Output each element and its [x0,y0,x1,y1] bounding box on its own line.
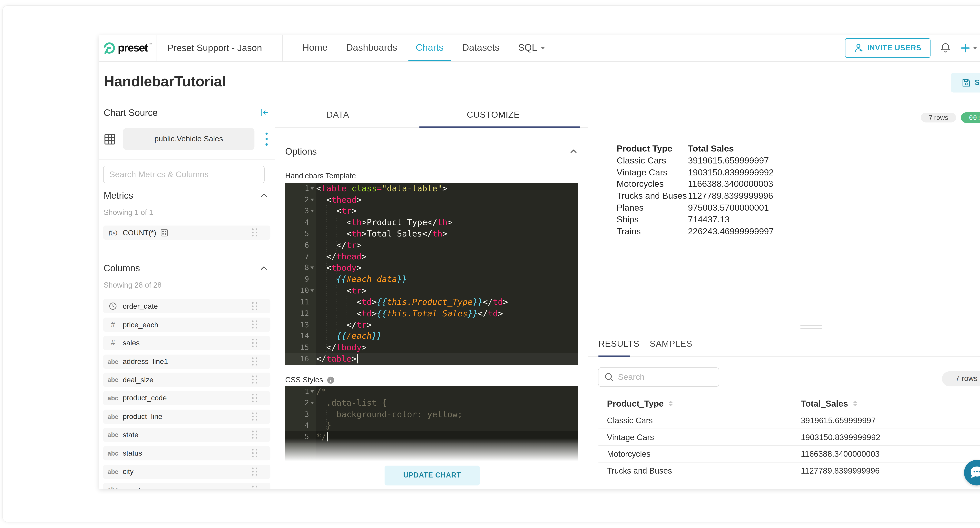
active-tab-indicator [420,126,580,128]
drag-handle[interactable] [252,486,257,488]
fold-arrow-icon[interactable] [310,266,314,270]
code-text: <tbody> [316,262,362,274]
metrics-showing-count: Showing 1 of 1 [104,208,153,217]
drag-handle[interactable] [252,320,257,329]
line-number: 6 [285,239,309,251]
nav-item-home[interactable]: Home [293,35,337,61]
column-label: price_each [123,320,158,329]
fold-arrow-icon[interactable] [310,290,314,292]
column-item-address_line1[interactable]: abcaddress_line1 [103,355,270,368]
column-item-city[interactable]: abccity [103,465,270,479]
column-item-deal_size[interactable]: abcdeal_size [103,373,270,387]
column-item-product_code[interactable]: abcproduct_code [103,391,270,405]
column-item-country[interactable]: abccountry [103,483,270,488]
metric-item[interactable]: f(x) COUNT(*) [103,226,270,240]
pane-resize-handle[interactable] [800,325,822,331]
fold-arrow-icon[interactable] [310,402,314,404]
save-button[interactable]: SAVE [951,73,980,92]
code-line-4: 4 } [285,420,578,431]
preset-logo[interactable]: preset ™ [99,35,157,61]
nav-item-sql[interactable]: SQL [509,35,554,61]
fold-arrow-icon[interactable] [310,210,314,212]
nav-divider [282,35,283,61]
drag-handle[interactable] [252,228,257,237]
nav-item-datasets[interactable]: Datasets [453,35,509,61]
chart-table-row: Classic Cars3919615.659999997 [617,154,774,166]
code-text: background-color: yellow; [316,409,462,420]
sort-icon[interactable] [853,401,857,406]
metrics-columns-search-input[interactable] [103,165,265,183]
drag-handle[interactable] [252,302,257,310]
column-item-product_line[interactable]: abcproduct_line [103,409,270,423]
line-number: 7 [285,251,309,262]
tab-results[interactable]: RESULTS [598,338,640,357]
chart-cell-product-type: Trucks and Buses [617,190,688,201]
code-text: <th>Product Type</th> [316,217,452,228]
fold-arrow-icon[interactable] [310,390,314,393]
trademark-dot: ™ [149,43,152,46]
column-item-state[interactable]: abcstate [103,428,270,442]
results-col-header-Total_Sales[interactable]: Total_Sales [801,395,857,412]
notifications-bell-icon[interactable] [940,42,951,54]
drag-handle[interactable] [252,431,257,439]
tab-data[interactable]: DATA [305,102,371,127]
new-item-dropdown[interactable] [961,43,977,53]
drag-handle[interactable] [252,468,257,476]
line-number: 8 [285,262,309,274]
code-text: </thead> [316,251,366,262]
metrics-heading: Metrics [104,190,133,201]
collapse-options-chevron-icon[interactable] [570,149,577,153]
results-header-row: Product_TypeTotal_Sales [598,395,980,412]
column-label: city [123,468,134,476]
abc-icon: abc [103,413,123,420]
code-line-2: 2 .data-list { [285,397,578,409]
collapse-metrics-chevron-icon[interactable] [261,193,267,197]
column-item-price_each[interactable]: #price_each [103,318,270,331]
cell-total-sales: 1166388.3400000003 [801,446,880,462]
chart-table-row: Motorcycles1166388.3400000003 [617,178,774,190]
dataset-name[interactable]: public.Vehicle Sales [123,128,255,150]
sort-icon[interactable] [668,401,673,406]
nav-menu: HomeDashboardsChartsDatasetsSQL [293,35,554,61]
invite-users-button[interactable]: INVITE USERS [845,38,931,57]
chevron-down-icon [541,47,545,49]
column-item-status[interactable]: abcstatus [103,446,270,460]
control-tabs: DATA CUSTOMIZE [275,102,588,128]
code-line-13: 13 </tr> [285,319,578,330]
workspace-name[interactable]: Preset Support - Jason [167,35,262,61]
tab-customize[interactable]: CUSTOMIZE [420,102,567,127]
chart-col-header: Total Sales [688,143,774,154]
results-col-header-Product_Type[interactable]: Product_Type [607,395,673,412]
code-text: <td>{{this.Product_Type}}</td> [316,297,508,308]
plus-icon [961,43,970,53]
collapse-columns-chevron-icon[interactable] [261,266,267,270]
drag-handle[interactable] [252,394,257,402]
code-text: {{/each}} [316,330,382,342]
nav-item-dashboards[interactable]: Dashboards [337,35,406,61]
results-search-input[interactable] [618,368,714,386]
fold-arrow-icon[interactable] [310,198,314,201]
chart-cell-product-type: Motorcycles [617,178,688,190]
line-number: 16 [285,354,309,365]
dataset-options-kebab-icon[interactable] [265,132,269,147]
drag-handle[interactable] [252,412,257,421]
drag-handle[interactable] [252,376,257,384]
drag-handle[interactable] [252,339,257,347]
results-table-row: Classic Cars3919615.659999997 [598,412,980,429]
nav-item-charts[interactable]: Charts [407,35,453,61]
handlebars-code-editor[interactable]: 1<table class="data-table">2 <thead>3 <t… [285,183,578,365]
cell-product-type: Vintage Cars [607,429,654,446]
column-item-order_date[interactable]: order_date [103,299,270,313]
chart-source-heading: Chart Source [104,107,158,118]
page-title[interactable]: HandlebarTutorial [104,62,226,101]
column-item-sales[interactable]: #sales [103,336,270,350]
cell-product-type: Trucks and Buses [607,463,672,479]
code-line-14: 14 {{/each}} [285,330,578,342]
drag-handle[interactable] [252,449,257,457]
line-number: 4 [285,420,309,431]
update-chart-button[interactable]: UPDATE CHART [385,466,480,485]
collapse-panel-icon[interactable] [260,109,269,116]
drag-handle[interactable] [252,357,257,366]
tab-samples[interactable]: SAMPLES [650,338,692,357]
fold-arrow-icon[interactable] [310,187,314,190]
